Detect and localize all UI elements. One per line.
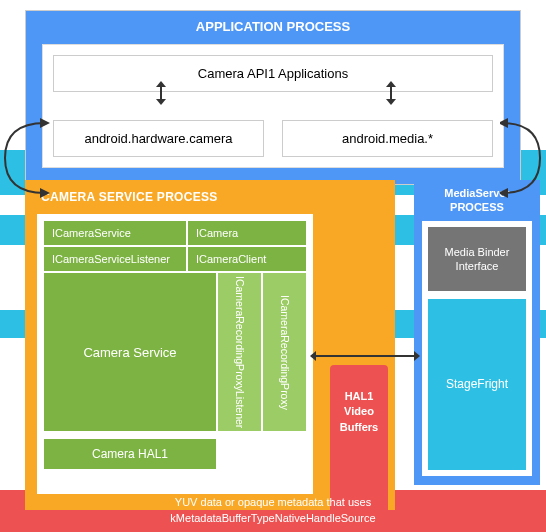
icamera-box: ICamera: [187, 220, 307, 246]
proxy-listener-box: ICameraRecordingProxyListener: [217, 272, 262, 432]
proxy-box: ICameraRecordingProxy: [262, 272, 307, 432]
application-process-body: Camera API1 Applications android.hardwar…: [42, 44, 504, 168]
arrow-icon: [160, 86, 162, 100]
arrow-icon: [315, 355, 415, 357]
footer-text: YUV data or opaque metadata that uses kM…: [0, 495, 546, 526]
camera-service-process-header: CAMERA SERVICE PROCESS: [37, 180, 383, 214]
media-binder-interface-box: Media Binder Interface: [428, 227, 526, 292]
mediaserver-process-container: MediaServer PROCESS Media Binder Interfa…: [414, 180, 540, 485]
camera-hal1-box: Camera HAL1: [43, 438, 217, 470]
curved-arrow-icon: [0, 118, 50, 198]
camera-service-box: Camera Service: [43, 272, 217, 432]
curved-arrow-icon: [500, 118, 546, 198]
mediaserver-process-body: Media Binder Interface StageFright: [422, 221, 532, 476]
camera-api1-applications-box: Camera API1 Applications: [53, 55, 493, 92]
arrow-icon: [390, 86, 392, 100]
svg-marker-3: [500, 188, 508, 198]
proxy-label: ICameraRecordingProxy: [279, 295, 291, 410]
icamera-service-listener-box: ICameraServiceListener: [43, 246, 187, 272]
android-media-box: android.media.*: [282, 120, 493, 157]
proxy-listener-label: ICameraRecordingProxyListener: [234, 276, 246, 428]
svg-marker-0: [40, 118, 50, 128]
svg-marker-2: [500, 118, 508, 128]
hal-buf-line2: Video: [344, 405, 374, 417]
footer-line2: kMetadataBufferTypeNativeHandleSource: [170, 512, 375, 524]
application-process-container: APPLICATION PROCESS Camera API1 Applicat…: [25, 10, 521, 185]
stagefright-box: StageFright: [428, 299, 526, 469]
hal-buf-line1: HAL1: [345, 390, 374, 402]
hal-buf-line3: Buffers: [340, 421, 379, 433]
android-hardware-camera-box: android.hardware.camera: [53, 120, 264, 157]
svg-marker-1: [40, 188, 50, 198]
icamera-service-box: ICameraService: [43, 220, 187, 246]
hal1-video-buffers-box: HAL1 Video Buffers: [330, 365, 388, 510]
mediaserver-header-line2: PROCESS: [450, 201, 504, 213]
application-process-header: APPLICATION PROCESS: [42, 11, 504, 44]
icamera-client-box: ICameraClient: [187, 246, 307, 272]
footer-line1: YUV data or opaque metadata that uses: [175, 496, 371, 508]
camera-service-process-body: ICameraService ICamera ICameraServiceLis…: [37, 214, 313, 494]
